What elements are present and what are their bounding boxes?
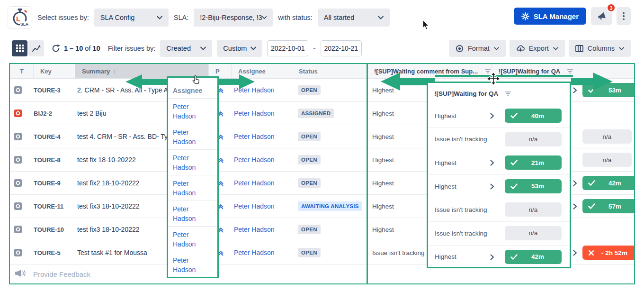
assignee-cell: Peter Hadson (232, 79, 292, 101)
list-item: Peter Hadson (168, 124, 217, 150)
column-header-key[interactable]: Key (34, 64, 75, 78)
expand-chevron-icon[interactable] (490, 183, 494, 190)
issue-key[interactable]: TOURE-11 (34, 195, 75, 218)
assignee-link[interactable]: Peter Hadson (234, 179, 275, 187)
column-header-sla-sup[interactable]: ![SUP]Waiting comment from Sup... (367, 64, 492, 78)
list-item: Issue isn't tracking n/a (428, 222, 570, 246)
assignee-link[interactable]: Peter Hadson (234, 133, 275, 140)
filter-icon[interactable] (566, 68, 574, 75)
assignee-link[interactable]: Peter Hadson (234, 249, 275, 256)
expand-chevron-icon[interactable] (573, 180, 577, 186)
gear-icon (521, 12, 529, 20)
assignee-link[interactable]: Peter Hadson (173, 128, 196, 146)
assignee-link[interactable]: Peter Hadson (173, 256, 196, 274)
list-item: Peter Hadson (168, 278, 217, 278)
issue-key[interactable]: TOURE-10 (34, 218, 75, 241)
column-header-sla-qa[interactable]: ![SUP]Waiting for QA (492, 64, 634, 78)
qa-column-drag-overlay[interactable]: ![SUP]Waiting for QA Highest 40m Issue i… (427, 82, 571, 268)
task-icon (14, 249, 22, 256)
assignee-link[interactable]: Peter Hadson (173, 205, 196, 222)
status-badge: OPEN (298, 132, 321, 141)
column-header-status[interactable]: Status (292, 64, 367, 78)
assignee-column-drag-overlay[interactable]: Assignee Peter Hadson Peter Hadson Peter… (167, 76, 219, 278)
expand-chevron-icon[interactable] (573, 87, 577, 93)
assignee-link[interactable]: Peter Hadson (173, 103, 196, 120)
column-header-assignee[interactable]: Assignee (232, 64, 292, 78)
announcements-button[interactable]: 3 (591, 7, 612, 25)
list-item: Highest 40m (428, 104, 570, 128)
sla-time-metrics-app: L SLA Select issues by: SLA Config SLA: … (0, 0, 644, 292)
assignee-link[interactable]: Peter Hadson (234, 156, 275, 164)
expand-chevron-icon[interactable] (490, 254, 494, 260)
assignee-cell: Peter Hadson (232, 195, 292, 218)
assignee-link[interactable]: Peter Hadson (173, 154, 196, 171)
sla-label: SLA: (174, 14, 188, 21)
sla-priority-label: Highest (435, 159, 456, 166)
status-cell: OPEN (292, 125, 367, 148)
issue-type-cell (10, 218, 34, 241)
expand-chevron-icon[interactable] (573, 250, 577, 256)
select-issues-value: SLA Config (100, 14, 135, 21)
issue-type-cell (10, 102, 34, 125)
assignee-link[interactable]: Peter Hadson (173, 180, 196, 197)
issue-key[interactable]: TOURE-8 (34, 148, 75, 171)
grid-view-button[interactable] (12, 40, 27, 56)
date-to-input[interactable]: 2022-10-21 (321, 40, 362, 56)
filter-field-dropdown[interactable]: Created (160, 40, 212, 57)
filter-period-dropdown[interactable]: Custom (217, 40, 262, 57)
select-issues-dropdown[interactable]: SLA Config (94, 9, 169, 27)
filter-icon[interactable] (504, 90, 512, 97)
sla-priority-label: Highest (435, 253, 456, 260)
assignee-cell: Peter Hadson (232, 218, 292, 241)
columns-button[interactable]: Columns (569, 40, 631, 57)
sla-breached-badge: - 2h 52m (582, 246, 635, 260)
status-badge: OPEN (298, 225, 321, 234)
list-item: Peter Hadson (168, 175, 217, 201)
expand-chevron-icon[interactable] (573, 203, 577, 210)
date-from-input[interactable]: 2022-10-01 (267, 40, 308, 56)
assignee-link[interactable]: Peter Hadson (173, 231, 196, 248)
sla-time-badge: 53m (582, 83, 635, 97)
column-header-type[interactable]: T (10, 64, 34, 78)
format-button[interactable]: Format (449, 40, 506, 57)
issue-key[interactable]: TOURE-4 (34, 125, 75, 148)
filter-icon[interactable] (484, 68, 492, 75)
status-badge: ASSIGNED (298, 109, 334, 118)
sla-dropdown[interactable]: !2-Biju-Response, !3. ... (194, 9, 273, 27)
grid-header-row: T Key Summary↑ P Assignee Status ![SUP]W… (10, 64, 634, 79)
issue-key[interactable]: TOURE-5 (34, 241, 75, 264)
export-button[interactable]: Export (510, 40, 565, 57)
assignee-link[interactable]: Peter Hadson (234, 202, 275, 210)
issue-key[interactable]: BIJ2-2 (34, 102, 75, 125)
assignee-cell: Peter Hadson (232, 102, 292, 125)
more-menu-button[interactable] (617, 7, 631, 25)
expand-chevron-icon[interactable] (490, 113, 494, 119)
chevron-down-icon (378, 16, 384, 19)
sla-na-badge: n/a (582, 153, 632, 167)
assignee-link[interactable]: Peter Hadson (234, 86, 275, 94)
status-cell: OPEN (292, 172, 367, 194)
list-item: Peter Hadson (168, 227, 217, 252)
select-issues-label: Select issues by: (37, 14, 89, 21)
status-dropdown[interactable]: All started (318, 9, 390, 27)
chart-icon (32, 45, 41, 52)
chevron-down-icon (200, 46, 206, 50)
eye-icon (456, 45, 464, 53)
grid-icon (16, 45, 24, 52)
issue-key[interactable]: TOURE-9 (34, 172, 75, 194)
sla-stopwatch-icon: L SLA (10, 8, 29, 27)
status-cell: ASSIGNED (292, 102, 367, 125)
expand-chevron-icon[interactable] (490, 160, 494, 166)
sla-manager-button[interactable]: SLA Manager (514, 8, 586, 25)
issue-key[interactable]: TOURE-3 (34, 79, 75, 101)
megaphone-feedback-icon (15, 269, 27, 279)
assignee-cell: Peter Hadson (232, 125, 292, 148)
sla-time-badge: 57m (582, 199, 635, 213)
refresh-icon[interactable] (52, 44, 60, 53)
assignee-link[interactable]: Peter Hadson (234, 110, 275, 117)
chart-view-button[interactable] (28, 40, 44, 56)
check-icon (588, 87, 595, 93)
pagination: 1 – 10 of 10 (52, 44, 100, 53)
assignee-link[interactable]: Peter Hadson (234, 226, 275, 233)
task-icon (14, 179, 22, 187)
